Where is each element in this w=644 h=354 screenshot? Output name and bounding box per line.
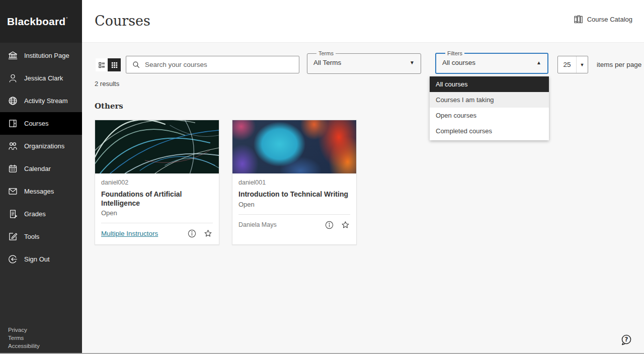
- app-window: Blackboard’ Institution Page Jessica Cla…: [0, 0, 644, 354]
- info-icon[interactable]: [325, 220, 334, 230]
- info-icon[interactable]: [187, 229, 197, 238]
- envelope-icon: [7, 186, 18, 197]
- sidebar-footer: Privacy Terms Accessibility: [0, 326, 82, 354]
- blackboard-logo[interactable]: Blackboard’: [0, 0, 82, 43]
- sidebar-item-label: Grades: [24, 210, 46, 218]
- privacy-link[interactable]: Privacy: [8, 326, 82, 334]
- chevron-up-icon: ▲: [536, 60, 541, 65]
- page-header: Courses Course Catalog: [82, 0, 644, 43]
- grades-icon: [7, 209, 18, 220]
- globe-icon: [7, 96, 18, 107]
- grid-view-icon: [111, 61, 118, 69]
- course-image: [232, 120, 356, 173]
- filters-value: All courses: [442, 59, 475, 66]
- sidebar-item-institution-page[interactable]: Institution Page: [0, 44, 82, 67]
- filter-option-courses-i-am-taking[interactable]: Courses I am taking: [430, 92, 549, 108]
- search-box: [126, 56, 299, 73]
- course-card-body: daniel001 Introduction to Technical Writ…: [232, 173, 356, 236]
- course-id: daniel001: [238, 179, 350, 186]
- page-title: Courses: [95, 13, 150, 29]
- instructor-name: Daniela Mays: [238, 221, 277, 228]
- logo-trademark: ’: [66, 17, 67, 22]
- calendar-icon: [7, 163, 18, 174]
- sidebar-item-profile[interactable]: Jessica Clark: [0, 67, 82, 90]
- logo-text: Blackboard: [7, 16, 65, 28]
- terms-select[interactable]: Terms All Terms ▼: [307, 50, 421, 74]
- instructor-link[interactable]: Multiple Instructors: [101, 230, 158, 237]
- sidebar-item-grades[interactable]: Grades: [0, 203, 82, 225]
- terms-value: All Terms: [313, 59, 341, 66]
- divider: [238, 214, 350, 215]
- section-title: Others: [95, 102, 123, 111]
- sidebar-item-label: Activity Stream: [24, 97, 68, 105]
- filter-option-open-courses[interactable]: Open courses: [430, 108, 549, 123]
- course-title[interactable]: Foundations of Artificial Intelligence: [101, 190, 213, 208]
- results-count: 2 results: [95, 80, 119, 87]
- person-icon: [7, 73, 18, 84]
- course-card-body: daniel002 Foundations of Artificial Inte…: [95, 173, 219, 244]
- people-icon: [7, 141, 18, 152]
- filters-select[interactable]: Filters All courses ▲: [435, 50, 548, 74]
- sidebar-item-sign-out[interactable]: Sign Out: [0, 248, 82, 271]
- star-icon[interactable]: [341, 220, 350, 230]
- course-catalog-button[interactable]: Course Catalog: [573, 14, 632, 25]
- course-catalog-label: Course Catalog: [587, 16, 632, 23]
- help-button[interactable]: ?: [620, 333, 632, 346]
- list-view-button[interactable]: [96, 58, 108, 71]
- course-status: Open: [101, 209, 213, 217]
- bank-icon: [7, 50, 18, 61]
- course-image: [95, 120, 219, 173]
- books-icon: [573, 14, 584, 25]
- course-card-list: daniel002 Foundations of Artificial Inte…: [95, 120, 357, 245]
- sidebar-item-messages[interactable]: Messages: [0, 180, 82, 203]
- sidebar-item-label: Institution Page: [24, 52, 69, 59]
- search-input[interactable]: [145, 56, 299, 73]
- sidebar-item-activity-stream[interactable]: Activity Stream: [0, 90, 82, 112]
- sidebar-nav: Institution Page Jessica Clark Activity …: [0, 44, 82, 271]
- filters-dropdown-menu: All courses Courses I am taking Open cou…: [430, 76, 549, 140]
- sidebar-item-courses[interactable]: Courses: [0, 112, 82, 135]
- sidebar-item-label: Courses: [24, 120, 48, 127]
- sidebar-item-label: Jessica Clark: [24, 74, 63, 82]
- course-status: Open: [238, 201, 350, 208]
- sidebar: Blackboard’ Institution Page Jessica Cla…: [0, 0, 82, 354]
- sidebar-item-label: Organizations: [24, 142, 64, 150]
- course-card[interactable]: daniel001 Introduction to Technical Writ…: [232, 120, 357, 245]
- search-icon: [132, 60, 140, 69]
- items-per-page-value: 25: [558, 56, 577, 73]
- filter-option-completed-courses[interactable]: Completed courses: [430, 123, 549, 139]
- sidebar-item-label: Sign Out: [24, 255, 50, 263]
- course-title[interactable]: Introduction to Technical Writing: [238, 190, 350, 199]
- chevron-down-icon: ▼: [577, 56, 588, 73]
- grid-view-button[interactable]: [108, 58, 121, 71]
- svg-text:?: ?: [625, 336, 628, 343]
- divider: [101, 223, 213, 223]
- sidebar-item-label: Calendar: [24, 165, 51, 172]
- courses-icon: [7, 118, 18, 129]
- view-toggle: [96, 58, 121, 71]
- course-card-footer: Daniela Mays: [238, 220, 350, 230]
- terms-legend: Terms: [316, 50, 336, 56]
- items-per-page-select[interactable]: 25 ▼: [557, 56, 588, 73]
- question-bubble-icon: ?: [620, 333, 632, 346]
- accessibility-link[interactable]: Accessibility: [8, 342, 82, 350]
- course-id: daniel002: [101, 179, 213, 186]
- main-content: Courses Course Catalog Terms All Terms ▼: [82, 0, 644, 354]
- terms-link[interactable]: Terms: [8, 334, 82, 342]
- sidebar-item-organizations[interactable]: Organizations: [0, 135, 82, 157]
- sidebar-item-calendar[interactable]: Calendar: [0, 157, 82, 180]
- sidebar-item-label: Messages: [24, 188, 54, 195]
- filter-option-all-courses[interactable]: All courses: [430, 76, 549, 92]
- star-icon[interactable]: [203, 229, 213, 238]
- course-card-footer: Multiple Instructors: [101, 229, 213, 238]
- filters-legend: Filters: [445, 50, 464, 56]
- sidebar-item-label: Tools: [24, 233, 39, 240]
- items-per-page-label: items per page: [597, 61, 641, 68]
- course-card[interactable]: daniel002 Foundations of Artificial Inte…: [95, 120, 219, 245]
- list-view-icon: [98, 61, 106, 69]
- tools-icon: [7, 231, 18, 242]
- sign-out-icon: [7, 254, 18, 265]
- sidebar-item-tools[interactable]: Tools: [0, 225, 82, 248]
- chevron-down-icon: ▼: [410, 60, 415, 65]
